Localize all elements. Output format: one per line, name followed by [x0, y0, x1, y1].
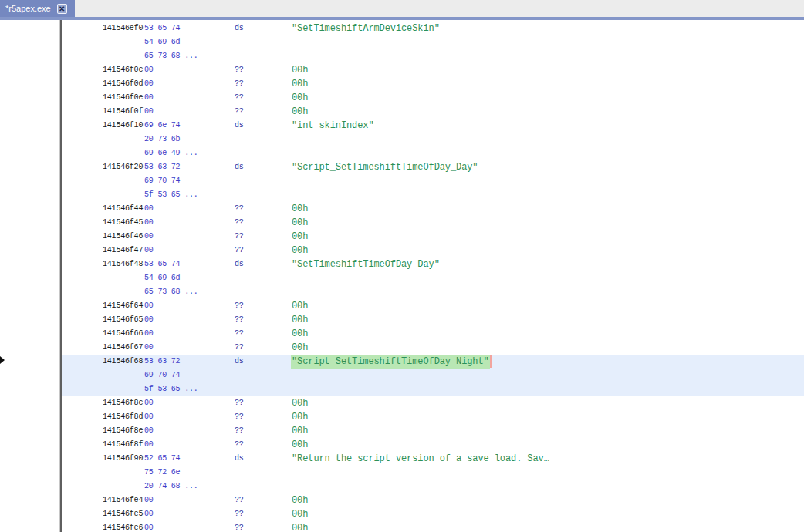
type-cell[interactable]: ?? — [235, 216, 244, 230]
address-cell[interactable]: 141546f8c — [103, 396, 143, 410]
bytes-cell[interactable]: 00 — [144, 77, 154, 91]
type-cell[interactable]: ?? — [235, 77, 244, 91]
bytes-cell[interactable]: 00 — [144, 410, 154, 424]
bytes-cell[interactable]: 5f 53 65 ... — [144, 382, 198, 396]
address-cell[interactable]: 141546f0e — [103, 91, 143, 105]
bytes-cell[interactable]: 53 63 72 — [144, 355, 180, 369]
listing-row[interactable]: 141546f2053 63 72ds"Script_SetTimeshiftT… — [62, 160, 804, 174]
value-cell[interactable]: 00h — [292, 521, 308, 532]
type-cell[interactable]: ?? — [235, 202, 244, 216]
listing-row[interactable]: 141546f0f00??00h — [62, 105, 804, 119]
value-cell[interactable]: 00h — [292, 63, 308, 77]
value-cell[interactable]: "Script_SetTimeshiftTimeOfDay_Day" — [292, 160, 478, 174]
address-cell[interactable]: 141546f0c — [103, 63, 143, 77]
bytes-cell[interactable]: 54 69 6d — [144, 271, 180, 285]
bytes-cell[interactable]: 52 65 74 — [144, 452, 180, 466]
listing-row[interactable]: 141546f4400??00h — [62, 202, 804, 216]
value-cell[interactable]: 00h — [292, 410, 308, 424]
value-cell[interactable]: 00h — [292, 438, 308, 452]
type-cell[interactable]: ?? — [235, 521, 244, 532]
bytes-cell[interactable]: 00 — [144, 493, 154, 507]
value-cell[interactable]: 00h — [292, 424, 308, 438]
bytes-cell[interactable]: 54 69 6d — [144, 35, 180, 49]
type-cell[interactable]: ?? — [235, 91, 244, 105]
value-cell[interactable]: 00h — [292, 91, 308, 105]
value-cell[interactable]: 00h — [292, 244, 308, 258]
value-cell[interactable]: 00h — [292, 313, 308, 327]
close-icon[interactable]: ✕ — [57, 4, 67, 14]
bytes-cell[interactable]: 00 — [144, 507, 154, 521]
bytes-cell[interactable]: 53 63 72 — [144, 160, 180, 174]
listing-row[interactable]: 65 73 68 ... — [62, 49, 804, 63]
value-cell[interactable]: "SetTimeshiftTimeOfDay_Day" — [292, 258, 440, 271]
listing-row[interactable]: 141546ef053 65 74ds"SetTimeshiftArmDevic… — [62, 22, 804, 35]
listing-row[interactable]: 141546f4700??00h — [62, 244, 804, 258]
bytes-cell[interactable]: 00 — [144, 424, 154, 438]
address-cell[interactable]: 141546fe5 — [103, 507, 143, 521]
listing-row[interactable]: 75 72 6e — [62, 466, 804, 480]
listing-row[interactable]: 141546f4500??00h — [62, 216, 804, 230]
bytes-cell[interactable]: 00 — [144, 396, 154, 410]
address-cell[interactable]: 141546f66 — [103, 327, 143, 341]
type-cell[interactable]: ?? — [235, 244, 244, 258]
type-cell[interactable]: ?? — [235, 424, 244, 438]
type-cell[interactable]: ?? — [235, 396, 244, 410]
bytes-cell[interactable]: 65 73 68 ... — [144, 285, 198, 299]
address-cell[interactable]: 141546f45 — [103, 216, 143, 230]
bytes-cell[interactable]: 69 70 74 — [144, 174, 180, 188]
value-cell[interactable]: "Script_SetTimeshiftTimeOfDay_Night" — [292, 355, 492, 369]
bytes-cell[interactable]: 00 — [144, 216, 154, 230]
bytes-cell[interactable]: 00 — [144, 438, 154, 452]
type-cell[interactable]: ?? — [235, 493, 244, 507]
value-cell[interactable]: 00h — [292, 216, 308, 230]
listing-row[interactable]: 5f 53 65 ... — [62, 382, 804, 396]
listing-row[interactable]: 141546f4600??00h — [62, 230, 804, 244]
type-cell[interactable]: ?? — [235, 230, 244, 244]
type-cell[interactable]: ?? — [235, 327, 244, 341]
listing-row[interactable]: 141546f6700??00h — [62, 341, 804, 355]
listing-row[interactable]: 20 73 6b — [62, 133, 804, 146]
value-cell[interactable]: "SetTimeshiftArmDeviceSkin" — [292, 22, 440, 35]
listing-row[interactable]: 54 69 6d — [62, 35, 804, 49]
address-cell[interactable]: 141546f67 — [103, 341, 143, 355]
address-cell[interactable]: 141546fe4 — [103, 493, 143, 507]
listing-row[interactable]: 141546f0c00??00h — [62, 63, 804, 77]
listing-row[interactable]: 141546f8e00??00h — [62, 424, 804, 438]
listing-row[interactable]: 141546f0e00??00h — [62, 91, 804, 105]
value-cell[interactable]: 00h — [292, 507, 308, 521]
value-cell[interactable]: 00h — [292, 77, 308, 91]
bytes-cell[interactable]: 00 — [144, 313, 154, 327]
bytes-cell[interactable]: 65 73 68 ... — [144, 49, 198, 63]
bytes-cell[interactable]: 00 — [144, 105, 154, 119]
bytes-cell[interactable]: 00 — [144, 63, 154, 77]
listing-row[interactable]: 141546f6853 63 72ds"Script_SetTimeshiftT… — [62, 355, 804, 369]
value-cell[interactable]: "int skinIndex" — [292, 119, 374, 133]
address-cell[interactable]: 141546f46 — [103, 230, 143, 244]
listing-row[interactable]: 141546f6600??00h — [62, 327, 804, 341]
listing-row[interactable]: 5f 53 65 ... — [62, 188, 804, 202]
type-cell[interactable]: ?? — [235, 63, 244, 77]
type-cell[interactable]: ds — [235, 160, 244, 174]
listing-row[interactable]: 141546f8f00??00h — [62, 438, 804, 452]
value-cell[interactable]: 00h — [292, 396, 308, 410]
bytes-cell[interactable]: 00 — [144, 230, 154, 244]
address-cell[interactable]: 141546f8f — [103, 438, 143, 452]
type-cell[interactable]: ds — [235, 119, 244, 133]
listing-row[interactable]: 141546f4853 65 74ds"SetTimeshiftTimeOfDa… — [62, 258, 804, 271]
address-cell[interactable]: 141546fe6 — [103, 521, 143, 532]
address-cell[interactable]: 141546f8e — [103, 424, 143, 438]
search-match-highlight[interactable]: "Script_SetTimeshiftTimeOfDay_Night" — [291, 355, 490, 369]
type-cell[interactable]: ?? — [235, 507, 244, 521]
listing-row[interactable]: 20 74 68 ... — [62, 480, 804, 493]
bytes-cell[interactable]: 00 — [144, 91, 154, 105]
bytes-cell[interactable]: 00 — [144, 202, 154, 216]
type-cell[interactable]: ds — [235, 22, 244, 35]
bytes-cell[interactable]: 00 — [144, 244, 154, 258]
address-cell[interactable]: 141546f20 — [103, 160, 143, 174]
listing-row[interactable]: 141546f8d00??00h — [62, 410, 804, 424]
listing-row[interactable]: 69 6e 49 ... — [62, 146, 804, 160]
listing-row[interactable]: 141546f0d00??00h — [62, 77, 804, 91]
address-cell[interactable]: 141546f48 — [103, 258, 143, 271]
listing-row[interactable]: 141546f6400??00h — [62, 299, 804, 313]
bytes-cell[interactable]: 20 73 6b — [144, 133, 180, 146]
